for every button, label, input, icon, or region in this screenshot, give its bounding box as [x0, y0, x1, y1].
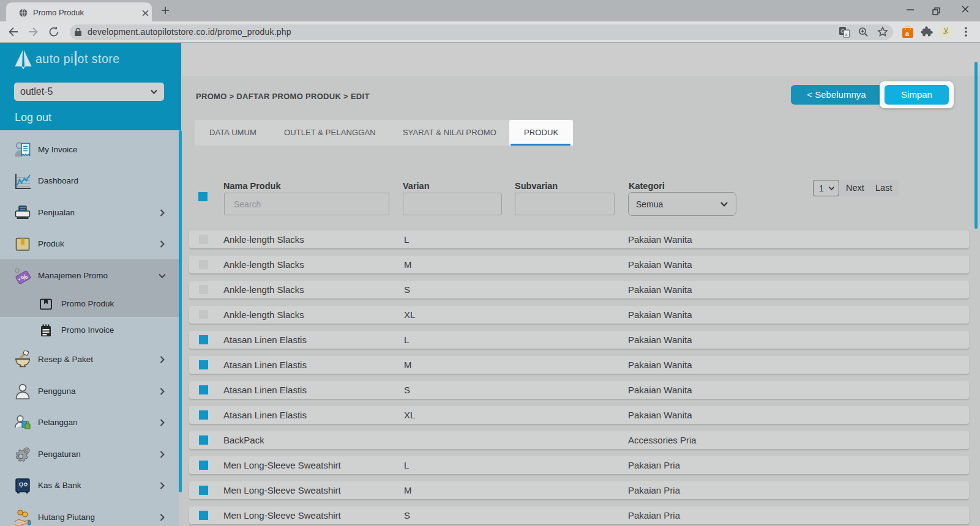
- svg-text:x: x: [845, 32, 848, 37]
- svg-text:a: a: [905, 30, 910, 37]
